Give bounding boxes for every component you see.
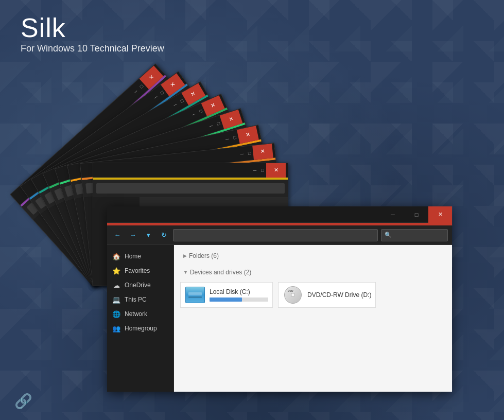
sidebar-item-network[interactable]: 🌐 Network xyxy=(107,307,173,321)
folders-label: Folders (6) xyxy=(189,252,219,259)
close-btn-8: ✕ xyxy=(266,163,286,178)
max-btn-7: □ xyxy=(246,149,253,157)
devices-header[interactable]: ▼ Devices and drives (2) xyxy=(180,266,446,278)
home-icon: 🏠 xyxy=(112,252,120,260)
sidebar-label-onedrive: OneDrive xyxy=(125,282,151,289)
sidebar-label-favorites: Favorites xyxy=(125,267,150,274)
min-btn-7: ─ xyxy=(238,150,246,157)
thispc-icon: 💻 xyxy=(112,295,120,304)
logo: 🔗 xyxy=(14,393,32,410)
drive-info-d: DVD/CD-RW Drive (D:) xyxy=(307,291,371,299)
sidebar-label-homegroup: Homegroup xyxy=(125,325,157,332)
devices-label: Devices and drives (2) xyxy=(190,269,251,276)
forward-button[interactable]: → xyxy=(127,229,139,241)
network-icon: 🌐 xyxy=(112,310,120,318)
dropdown-button[interactable]: ▾ xyxy=(142,229,154,241)
folders-header[interactable]: ▶ Folders (6) xyxy=(180,249,446,261)
sidebar-item-home[interactable]: 🏠 Home xyxy=(107,249,173,264)
sidebar-item-onedrive[interactable]: ☁ OneDrive xyxy=(107,278,173,292)
drive-icon-d xyxy=(283,286,303,304)
titlebar-buttons: ─ □ ✕ xyxy=(381,206,452,223)
back-button[interactable]: ← xyxy=(111,229,124,241)
devices-section: ▼ Devices and drives (2) Local Disk (C:) xyxy=(180,266,446,312)
favorites-icon: ⭐ xyxy=(112,267,120,275)
sidebar-label-thispc: This PC xyxy=(125,296,147,303)
main-window: ─ □ ✕ ← → ▾ ↻ 🔍 🏠 Home ⭐ Favorites xyxy=(107,206,452,392)
sidebar-label-network: Network xyxy=(125,310,147,318)
drive-name-d: DVD/CD-RW Drive (D:) xyxy=(307,291,371,299)
min-btn-6: ─ xyxy=(223,135,232,144)
refresh-button[interactable]: ↻ xyxy=(158,229,170,241)
drives-grid: Local Disk (C:) xyxy=(180,278,446,312)
close-button[interactable]: ✕ xyxy=(428,206,452,223)
onedrive-icon: ☁ xyxy=(112,281,120,289)
drive-bar-c xyxy=(210,297,268,302)
folders-section: ▶ Folders (6) xyxy=(180,249,446,261)
sidebar-item-thispc[interactable]: 💻 This PC xyxy=(107,292,173,307)
sidebar-item-homegroup[interactable]: 👥 Homegroup xyxy=(107,321,173,336)
drive-name-c: Local Disk (C:) xyxy=(210,288,268,295)
drive-fill-c xyxy=(210,297,242,302)
main-body: 🏠 Home ⭐ Favorites ☁ OneDrive 💻 This PC … xyxy=(107,245,452,392)
content-area: ▶ Folders (6) ▼ Devices and drives (2) xyxy=(174,245,452,392)
sidebar: 🏠 Home ⭐ Favorites ☁ OneDrive 💻 This PC … xyxy=(107,245,174,392)
max-btn-8: □ xyxy=(259,167,266,174)
drive-icon-c xyxy=(185,286,205,304)
main-titlebar: ─ □ ✕ xyxy=(107,206,452,223)
dvd-visual xyxy=(284,286,302,304)
devices-arrow: ▼ xyxy=(183,270,188,275)
hdd-visual xyxy=(185,287,205,303)
dvd-wrap xyxy=(283,286,303,304)
minimize-button[interactable]: ─ xyxy=(381,206,405,223)
app-title: Silk xyxy=(21,14,164,41)
sidebar-label-home: Home xyxy=(125,253,141,260)
sidebar-item-favorites[interactable]: ⭐ Favorites xyxy=(107,264,173,278)
min-btn-8: ─ xyxy=(251,167,258,174)
main-toolbar: ← → ▾ ↻ 🔍 xyxy=(107,225,452,245)
close-btn-7: ✕ xyxy=(252,144,273,160)
folders-arrow: ▶ xyxy=(183,253,187,258)
drive-item-c[interactable]: Local Disk (C:) xyxy=(180,282,273,308)
address-bar[interactable] xyxy=(173,229,378,241)
search-bar[interactable]: 🔍 xyxy=(381,229,448,241)
drive-info-c: Local Disk (C:) xyxy=(210,288,268,302)
logo-icon: 🔗 xyxy=(14,393,32,409)
search-icon: 🔍 xyxy=(385,232,392,238)
drive-item-d[interactable]: DVD/CD-RW Drive (D:) xyxy=(278,282,376,308)
homegroup-icon: 👥 xyxy=(112,324,120,332)
maximize-button[interactable]: □ xyxy=(405,206,428,223)
